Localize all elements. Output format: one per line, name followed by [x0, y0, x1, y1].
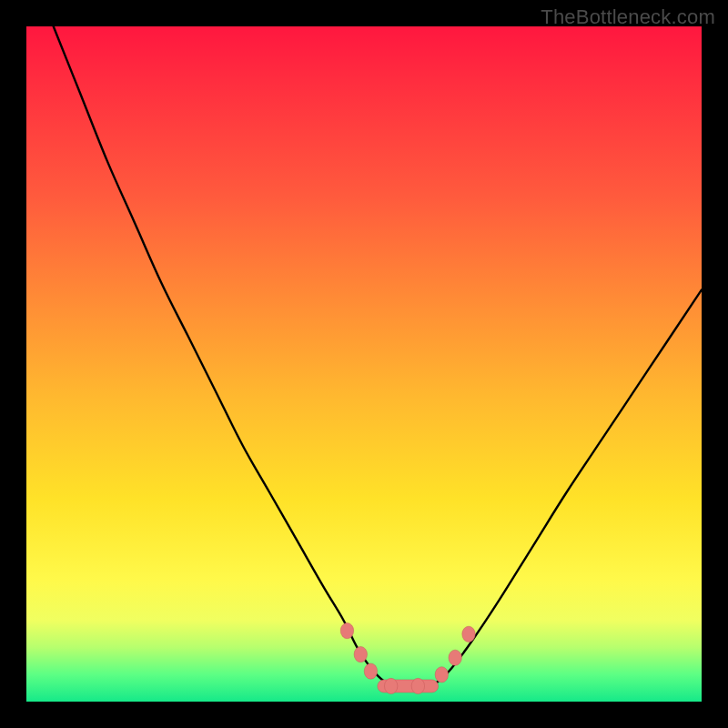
watermark-text: TheBottleneck.com	[541, 5, 715, 29]
curve-layer	[26, 26, 702, 702]
trough-marker	[354, 646, 367, 662]
trough-marker	[449, 650, 461, 665]
trough-marker	[462, 626, 475, 642]
chart-frame: TheBottleneck.com	[0, 0, 728, 728]
bottleneck-curve	[54, 26, 702, 689]
trough-marker	[340, 622, 353, 638]
trough-marker	[435, 667, 448, 682]
plot-area	[26, 26, 702, 702]
trough-markers	[340, 622, 475, 693]
trough-marker	[384, 678, 397, 693]
trough-marker	[411, 678, 424, 693]
trough-marker	[364, 663, 377, 679]
